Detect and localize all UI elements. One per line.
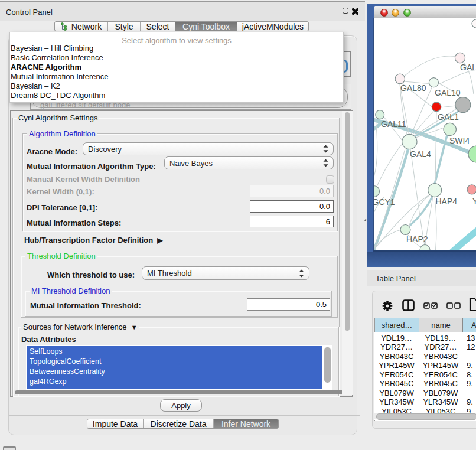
svg-text:HAP2: HAP2: [406, 234, 428, 244]
svg-text:GAL11: GAL11: [381, 119, 406, 129]
svg-text:GAL1: GAL1: [438, 112, 459, 122]
svg-text:GAL4: GAL4: [410, 149, 431, 159]
svg-text:SWI4: SWI4: [449, 136, 470, 145]
svg-text:HAP4: HAP4: [436, 197, 458, 206]
svg-text:GAL7: GAL7: [460, 63, 476, 72]
svg-text:GAL80: GAL80: [400, 83, 426, 93]
svg-text:GAL10: GAL10: [435, 88, 461, 97]
svg-text:Y: Y: [472, 197, 476, 206]
svg-text:GCY1: GCY1: [374, 197, 395, 207]
